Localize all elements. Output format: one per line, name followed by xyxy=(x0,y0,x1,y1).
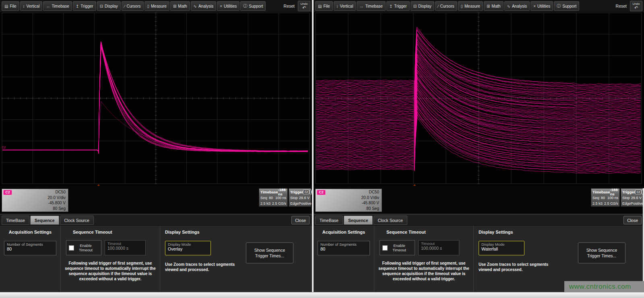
sequence-timeout-heading: Sequence Timeout xyxy=(61,230,160,234)
enable-timeout-label: Enable Timeout xyxy=(390,243,409,252)
waveform-screen[interactable] xyxy=(314,12,644,186)
scope-panel-overlay: ▤ File ↕ Vertical ↔ Timebase ↥ Trigger ⊟… xyxy=(0,0,312,292)
menu-button[interactable]: ∕ Cursors xyxy=(122,1,144,11)
channel-coupling: DC50 xyxy=(4,189,66,195)
file-icon: ▤ xyxy=(318,4,322,8)
menu-button[interactable]: ▤ File xyxy=(2,1,19,11)
menu-label: Math xyxy=(178,4,187,8)
menu-label: Display xyxy=(418,4,431,8)
number-of-segments-field[interactable]: Number of Segments 80 xyxy=(4,241,56,255)
channel-descriptor[interactable]: C2 DC50 20.0 V/div -45.800 V 80 Seg xyxy=(2,189,68,212)
menu-button[interactable]: ↕ Vertical xyxy=(20,1,43,11)
trigger-label: Trigger xyxy=(622,190,635,194)
menu-button[interactable]: ↥ Trigger xyxy=(386,1,410,11)
timebase-descriptor[interactable]: Timebase -188 ns Seq: 80100 ns 2.5 kS2.5… xyxy=(591,188,620,207)
tab-sequence[interactable]: Sequence xyxy=(30,216,59,225)
timebase-label: Timebase xyxy=(260,190,278,194)
trigger-level: 29.6 V xyxy=(299,196,310,200)
trigger-descriptor[interactable]: Trigger C2 DC Stop29.6 V EdgePositive xyxy=(621,188,643,207)
dialog-tabs: TimeBase Sequence Clock Source Close xyxy=(314,214,644,226)
timeout-field[interactable]: Timeout 100.0000 s xyxy=(418,240,459,255)
display-mode-select[interactable]: Display Mode Waterfall xyxy=(479,241,524,255)
menu-button[interactable]: ↥ Trigger xyxy=(73,1,96,11)
timebase-perdiv: 100 ns xyxy=(275,196,286,200)
undo-button[interactable]: Undo ↶ xyxy=(630,1,642,11)
timebase-rate: 2.5 GS/s xyxy=(604,201,618,206)
menu-button[interactable]: ∿ Analysis xyxy=(191,1,217,11)
trigger-slope: Positive xyxy=(631,201,644,206)
timeout-field[interactable]: Timeout 100.0000 s xyxy=(105,240,146,255)
enable-timeout-checkbox[interactable]: Enable Timeout xyxy=(66,240,101,255)
timebase-icon: ↔ xyxy=(359,4,363,8)
timebase-value: -188 ns xyxy=(278,187,286,196)
menu-label: Cursors xyxy=(440,4,454,8)
enable-timeout-checkbox[interactable]: Enable Timeout xyxy=(380,240,415,255)
menu-button[interactable]: ↔ Timebase xyxy=(357,1,386,11)
undo-icon: ↶ xyxy=(634,6,638,10)
watermark: www.cntronics.com xyxy=(564,281,644,292)
menu-label: Cursors xyxy=(126,4,140,8)
show-sequence-trigger-times-button[interactable]: Show Sequence Trigger Times... xyxy=(578,243,625,263)
menu-label: File xyxy=(323,4,330,8)
sequence-timeout-section: Sequence Timeout Enable Timeout Timeout … xyxy=(374,226,474,292)
descriptor-strip: C2 DC50 20.0 V/div -45.800 V 80 Seg Time… xyxy=(0,186,312,214)
undo-button[interactable]: Undo ↶ xyxy=(298,1,310,11)
timebase-samples: 2.5 kS xyxy=(260,201,271,206)
trigger-slope: Positive xyxy=(299,201,312,206)
menu-button[interactable]: ⊞ Math xyxy=(170,1,190,11)
menu-button[interactable]: ▯ Measure xyxy=(144,1,169,11)
display-settings-heading: Display Settings xyxy=(479,230,644,234)
support-icon: ⓘ xyxy=(557,3,561,9)
show-sequence-trigger-times-button[interactable]: Show Sequence Trigger Times... xyxy=(246,243,293,263)
menu-button[interactable]: ⊟ Display xyxy=(411,1,434,11)
menu-label: Vertical xyxy=(27,4,40,8)
menu-label: Timebase xyxy=(365,4,383,8)
menu-button[interactable]: ▤ File xyxy=(315,1,333,11)
menu-button[interactable]: ∿ Analysis xyxy=(504,1,530,11)
menu-button[interactable]: × Utilities xyxy=(217,1,239,11)
menu-button[interactable]: ∕ Cursors xyxy=(435,1,457,11)
tab-clock-source[interactable]: Clock Source xyxy=(60,216,94,225)
dual-scope-screenshot: ▤ File ↕ Vertical ↔ Timebase ↥ Trigger ⊟… xyxy=(0,0,644,298)
timebase-seq: Seq: 80 xyxy=(260,196,273,200)
timebase-descriptor[interactable]: Timebase -188 ns Seq: 80100 ns 2.5 kS2.5… xyxy=(259,188,288,207)
tab-sequence[interactable]: Sequence xyxy=(344,216,373,225)
number-of-segments-field[interactable]: Number of Segments 80 xyxy=(318,241,370,255)
tab-clock-source[interactable]: Clock Source xyxy=(374,216,407,225)
menu-button[interactable]: ⓘ Support xyxy=(554,1,579,11)
menu-button[interactable]: ⓘ Support xyxy=(240,1,266,11)
undo-icon: ↶ xyxy=(302,6,306,10)
trigger-type: Edge xyxy=(622,201,631,206)
tab-timebase[interactable]: TimeBase xyxy=(2,216,29,225)
menu-button[interactable]: ↔ Timebase xyxy=(43,1,72,11)
reset-button[interactable]: Reset xyxy=(613,4,629,8)
channel-descriptor[interactable]: C2 DC50 20.0 V/div -45.800 V 80 Seg xyxy=(315,189,382,212)
close-button[interactable]: Close xyxy=(623,216,642,224)
menu-button[interactable]: ⊞ Math xyxy=(484,1,504,11)
timeout-value: 100.0000 s xyxy=(421,246,456,251)
acquisition-settings-section: Acquisition Settings Number of Segments … xyxy=(314,226,374,292)
close-button[interactable]: Close xyxy=(291,216,310,224)
menu-label: Support xyxy=(249,4,263,8)
cursors-icon: ∕ xyxy=(124,4,125,8)
menu-label: Trigger xyxy=(394,4,407,8)
menu-bar: ▤ File ↕ Vertical ↔ Timebase ↥ Trigger ⊟… xyxy=(0,0,312,12)
trigger-source-badge: C2 xyxy=(303,190,309,194)
checkbox-icon xyxy=(382,245,388,251)
utilities-icon: × xyxy=(220,4,222,8)
display-mode-select[interactable]: Display Mode Overlay xyxy=(165,241,211,255)
menu-button[interactable]: ↕ Vertical xyxy=(334,1,356,11)
sequence-dialog: TimeBase Sequence Clock Source Close Acq… xyxy=(314,214,644,292)
menu-button[interactable]: ▯ Measure xyxy=(458,1,483,11)
waveform-screen[interactable]: C2 xyxy=(0,12,312,186)
trigger-descriptor[interactable]: Trigger C2 DC Stop29.6 V EdgePositive xyxy=(289,188,311,207)
reset-button[interactable]: Reset xyxy=(281,4,297,8)
checkbox-icon xyxy=(69,245,74,251)
tab-timebase[interactable]: TimeBase xyxy=(315,216,343,225)
menu-button[interactable]: ⊟ Display xyxy=(97,1,121,11)
timebase-perdiv: 100 ns xyxy=(607,196,618,200)
display-icon: ⊟ xyxy=(413,4,417,8)
math-icon: ⊞ xyxy=(173,4,176,8)
menu-label: Trigger xyxy=(80,4,93,8)
menu-button[interactable]: × Utilities xyxy=(530,1,553,11)
